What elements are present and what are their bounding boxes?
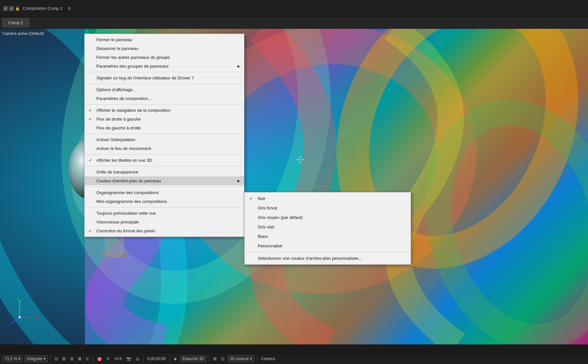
menu-divider-3 (85, 104, 244, 105)
menu-label: Correction du format des pixels (96, 228, 155, 233)
toolbar-separator-3 (143, 356, 143, 362)
submenu-item-gris-clair[interactable]: Gris clair (245, 222, 411, 232)
menu-divider-1 (85, 72, 244, 72)
3d-render-icon: ◈ (172, 356, 178, 362)
menu-divider-4 (85, 134, 244, 134)
submenu-label: Gris clair (258, 224, 274, 229)
reset-button[interactable]: ↺ (105, 356, 111, 362)
menu-label: Afficher les libellés en vue 3D (96, 158, 152, 163)
hamburger-menu-icon[interactable]: ≡ (68, 6, 71, 11)
menu-item-activer-flou[interactable]: Activer le flou de mouvement (85, 144, 244, 153)
time-offset-value: +0,0 (114, 356, 122, 361)
submenu-item-noir[interactable]: ✓ Noir (245, 194, 411, 203)
menu-label: Désancrer le panneau (96, 46, 138, 51)
check-icon: ✓ (89, 108, 92, 113)
grid-toggle-button[interactable]: ⊞ (61, 356, 67, 362)
svg-text:X: X (37, 316, 39, 320)
submenu-item-personnalise[interactable]: Personnalisé (245, 241, 411, 251)
menu-item-parametres-groupes[interactable]: Paramètres des groupes de panneaux (85, 62, 244, 71)
menu-divider-8 (85, 207, 244, 207)
zoom-value: 71,5 % (5, 356, 17, 361)
guides-button[interactable]: ⊟ (69, 356, 75, 362)
submenu-label: Blanc (258, 234, 269, 239)
menu-label: Mini-organigramme des compositions (96, 199, 167, 204)
svg-point-26 (19, 316, 21, 318)
region-view-button[interactable]: ⊡ (53, 356, 59, 362)
render-3d-dropdown[interactable]: Ebauche 3D (180, 356, 206, 362)
channel-button[interactable]: ◎ (135, 356, 140, 362)
time-offset: +0,0 (113, 356, 123, 362)
submenu-item-blanc[interactable]: Blanc (245, 232, 411, 241)
submenu-item-gris-moyen[interactable]: Gris moyen (par défaut) (245, 213, 411, 222)
rulers-button[interactable]: ⊠ (77, 356, 83, 362)
menu-item-afficher-libelles[interactable]: ✓ Afficher les libellés en vue 3D (85, 156, 244, 165)
view-mode-icon: ⊞ (212, 356, 218, 362)
menu-item-parametres-composition[interactable]: Paramètres de composition... (85, 94, 244, 103)
menu-label: Flux de droite à gauche (96, 117, 141, 122)
minimize-button[interactable]: — (9, 6, 14, 11)
check-icon: ✓ (89, 117, 92, 122)
menu-item-mini-organigramme[interactable]: Mini-organigramme des compositions (85, 197, 244, 206)
svg-line-20 (11, 317, 20, 324)
resolution-dropdown-arrow: ▾ (43, 356, 45, 361)
submenu-label: Gris moyen (par défaut) (258, 215, 302, 220)
menu-item-fermer-panneau[interactable]: Fermer le panneau (85, 35, 244, 44)
resolution-value: Intégrale (27, 356, 42, 361)
menu-item-fermer-autres[interactable]: Fermer les autres panneaux du groupe (85, 53, 244, 62)
menu-label: Visionneuse principale (96, 220, 139, 224)
menu-divider-5 (85, 154, 244, 155)
lock-icon: 🔒 (15, 6, 20, 11)
menu-label: Afficher le navigateur de la composition (96, 108, 171, 113)
timecode: 0;00;00;00 (146, 356, 167, 362)
submenu-item-custom-color[interactable]: Sélectionner une couleur d'arrière-plan … (245, 254, 411, 263)
snapshot-button[interactable]: 📷 (125, 356, 133, 362)
view-mode-value: 3D avancé (230, 356, 249, 361)
submenu-item-gris-fonce[interactable]: Gris foncé (245, 203, 411, 213)
menu-label: Fermer les autres panneaux du groupe (96, 55, 170, 60)
context-menu: Fermer le panneau Désancrer le panneau F… (84, 34, 244, 237)
color-balance-icon[interactable]: ⬤ (96, 356, 103, 362)
menu-item-visionneuse-principale[interactable]: Visionneuse principale (85, 218, 244, 226)
menu-item-desancrer[interactable]: Désancrer le panneau (85, 44, 244, 53)
menu-item-organigramme[interactable]: Organigramme des compositions (85, 188, 244, 197)
menu-item-signaler-bug[interactable]: Signaler un bug de l'interface utilisate… (85, 74, 244, 82)
menu-item-afficher-navigateur[interactable]: ✓ Afficher le navigateur de la compositi… (85, 106, 244, 115)
menu-label: Activer l'interpolation (96, 137, 136, 142)
toolbar-separator (50, 356, 51, 362)
menu-divider-7 (85, 187, 244, 187)
menu-item-activer-interpolation[interactable]: Activer l'interpolation (85, 135, 244, 144)
view-mode-dropdown[interactable]: 3D avancé ▾ (228, 356, 254, 362)
submenu-label: Gris foncé (258, 206, 277, 210)
titlebar: ✕ — 🔒 Composition Comp 1 ≡ (0, 0, 588, 17)
menu-item-grille-transparence[interactable]: Grille de transparence (85, 168, 244, 176)
menu-label: Paramètres de composition... (96, 96, 152, 101)
menu-item-couleur-arriere-plan[interactable]: Couleur d'arrière-plan du panneau (85, 176, 244, 185)
submenu-background-color: ✓ Noir Gris foncé Gris moyen (par défaut… (244, 192, 411, 265)
safe-zone-button[interactable]: ⊏ (85, 356, 90, 362)
comp1-tab[interactable]: Comp 1 (2, 18, 29, 27)
menu-item-correction-format[interactable]: ✓ Correction du format des pixels (85, 226, 244, 235)
view-mode-dropdown-arrow: ▾ (250, 356, 252, 361)
menu-divider-2 (85, 84, 244, 84)
camera-active-label: Caméra active (Default) (3, 31, 44, 36)
resolution-dropdown[interactable]: Intégrale ▾ (24, 356, 48, 362)
camera-label-toolbar: Caméra (260, 356, 276, 362)
menu-label: Grille de transparence (96, 170, 138, 174)
toolbar-separator-4 (170, 356, 170, 362)
axis-indicator: Y Z X (10, 298, 42, 325)
render-3d-value: Ebauche 3D (182, 356, 204, 361)
zoom-dropdown[interactable]: 71,5 % ▾ (3, 356, 23, 362)
menu-label: Options d'affichage... (96, 87, 136, 92)
submenu-divider (245, 252, 411, 252)
menu-label: Paramètres des groupes de panneaux (96, 64, 169, 69)
menu-item-flux-droite-gauche[interactable]: ✓ Flux de droite à gauche (85, 115, 244, 124)
tabbar: Comp 1 (0, 17, 588, 29)
submenu-label: Sélectionner une couleur d'arrière-plan … (258, 256, 362, 261)
menu-item-options-affichage[interactable]: Options d'affichage... (85, 85, 244, 94)
toolbar-separator-5 (209, 356, 209, 362)
close-window-button[interactable]: ✕ (3, 6, 8, 11)
menu-item-toujours-previsualiser[interactable]: Toujours prévisualiser cette vue (85, 209, 244, 218)
bottom-toolbar: 71,5 % ▾ Intégrale ▾ ⊡ ⊞ ⊟ ⊠ ⊏ ⬤ ↺ +0,0 … (0, 353, 588, 364)
menu-label: Flux de gauche à droite (96, 125, 141, 130)
menu-item-flux-gauche-droite[interactable]: Flux de gauche à droite (85, 124, 244, 132)
